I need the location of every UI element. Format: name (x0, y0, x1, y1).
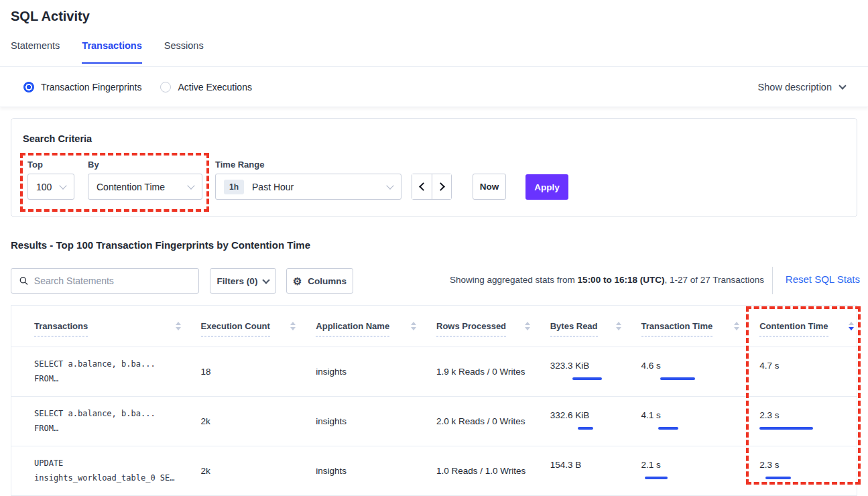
tab-transactions[interactable]: Transactions (82, 40, 141, 64)
search-criteria-panel: Search Criteria Top 100 By Contention Ti… (11, 118, 857, 217)
search-statements-box (11, 268, 199, 294)
apply-button[interactable]: Apply (525, 174, 568, 200)
transaction-time-mean-line (645, 477, 668, 479)
search-input[interactable] (34, 275, 190, 286)
transaction-time-cell: 2.1 s (641, 460, 760, 483)
chevron-left-icon (419, 182, 428, 191)
time-range-badge: 1h (224, 180, 244, 194)
table-row[interactable]: SELECT a.balance, b.ba... FROM… 18 insig… (11, 347, 857, 397)
bytes-read-cell: 332.6 KiB (550, 410, 641, 433)
show-description-label: Show description (758, 82, 832, 92)
transaction-time-cell: 4.1 s (641, 410, 760, 433)
rows-processed-cell: 1.0 Reads / 1.0 Writes (436, 466, 550, 476)
sort-icon-descending (849, 322, 854, 330)
columns-label: Columns (308, 276, 347, 286)
search-icon (19, 276, 28, 286)
time-range-select[interactable]: 1h Past Hour (215, 174, 401, 200)
transaction-fingerprint-link[interactable]: UPDATE insights_workload_table_0 SE… (34, 456, 201, 485)
filters-label: Filters (0) (217, 276, 258, 286)
radio-transaction-fingerprints[interactable]: Transaction Fingerprints (23, 82, 141, 92)
results-heading: Results - Top 100 Transaction Fingerprin… (11, 239, 310, 251)
contention-time-cell: 2.3 s (759, 460, 857, 483)
transaction-fingerprint-link[interactable]: SELECT a.balance, b.ba... FROM… (34, 407, 201, 436)
chevron-down-icon (386, 182, 393, 189)
chevron-right-icon (436, 182, 445, 191)
reset-sql-stats-link[interactable]: Reset SQL Stats (786, 273, 860, 285)
radio-label: Transaction Fingerprints (41, 82, 141, 92)
sort-icon (176, 322, 181, 330)
radio-selected-icon (23, 82, 34, 92)
column-header-contention-time[interactable]: Contention Time (759, 321, 857, 331)
radio-active-executions[interactable]: Active Executions (160, 82, 252, 92)
application-name-cell: insights (316, 466, 436, 476)
time-nav-group (412, 174, 452, 200)
search-criteria-heading: Search Criteria (23, 133, 92, 144)
top-select[interactable]: 100 (27, 174, 74, 200)
radio-unselected-icon (160, 82, 171, 92)
tab-statements[interactable]: Statements (11, 40, 60, 64)
tab-sessions[interactable]: Sessions (164, 40, 204, 64)
by-select[interactable]: Contention Time (88, 174, 202, 200)
column-header-application-name[interactable]: Application Name (316, 321, 436, 331)
sql-activity-page: SQL Activity Statements Transactions Ses… (0, 0, 868, 496)
table-header-row: Transactions Execution Count Application… (11, 306, 857, 347)
execution-count-cell: 18 (201, 367, 316, 377)
column-header-transaction-time[interactable]: Transaction Time (641, 321, 760, 331)
radio-label: Active Executions (178, 82, 252, 92)
chevron-down-icon (59, 182, 66, 189)
top-select-value: 100 (36, 182, 52, 192)
table-row[interactable]: SELECT a.balance, b.ba... FROM… 2k insig… (11, 397, 857, 446)
sort-icon (411, 322, 416, 330)
rows-processed-cell: 1.9 k Reads / 0 Writes (436, 367, 550, 377)
aggregated-stats-text: Showing aggregated stats from 15:00 to 1… (450, 275, 764, 285)
execution-count-cell: 2k (201, 466, 316, 476)
columns-button[interactable]: ⚙ Columns (286, 268, 353, 294)
filters-button[interactable]: Filters (0) (210, 268, 276, 294)
contention-time-mean-line (765, 477, 791, 479)
execution-count-cell: 2k (201, 416, 316, 426)
previous-time-button[interactable] (412, 174, 432, 199)
contention-time-mean-line (759, 427, 813, 430)
next-time-button[interactable] (432, 174, 451, 199)
transaction-time-cell: 4.6 s (641, 361, 760, 383)
bytes-read-mean-line (578, 427, 593, 430)
time-range-label: Time Range (215, 160, 264, 170)
time-range-value: Past Hour (252, 182, 294, 192)
sort-icon (525, 322, 530, 330)
chevron-down-icon (263, 276, 270, 284)
column-header-rows-processed[interactable]: Rows Processed (436, 321, 550, 331)
bytes-read-cell: 154.3 B (550, 460, 641, 483)
stats-time-range: 15:00 to 16:18 (UTC) (578, 275, 665, 285)
sort-icon (734, 322, 739, 330)
table-row[interactable]: UPDATE insights_workload_table_0 SE… 2k … (11, 446, 857, 496)
application-name-cell: insights (316, 367, 436, 377)
by-label: By (88, 160, 99, 170)
chevron-down-icon (839, 82, 846, 89)
tab-bar: Statements Transactions Sessions (11, 40, 204, 64)
transaction-time-mean-line (658, 427, 678, 430)
contention-time-cell: 4.7 s (759, 361, 857, 383)
rows-processed-cell: 2.0 k Reads / 0 Writes (436, 416, 550, 426)
toolbar-divider (772, 267, 773, 294)
top-label: Top (27, 160, 43, 170)
application-name-cell: insights (316, 416, 436, 426)
transactions-table: Transactions Execution Count Application… (11, 305, 857, 496)
column-header-execution-count[interactable]: Execution Count (201, 321, 316, 331)
view-toggle-row: Transaction Fingerprints Active Executio… (0, 67, 868, 107)
bytes-read-mean-line (572, 377, 602, 380)
contention-time-cell: 2.3 s (759, 410, 857, 433)
transaction-fingerprint-link[interactable]: SELECT a.balance, b.ba... FROM… (34, 357, 201, 386)
column-header-transactions[interactable]: Transactions (34, 321, 201, 331)
gear-icon: ⚙ (293, 276, 302, 286)
show-description-toggle[interactable]: Show description (758, 82, 845, 92)
by-select-value: Contention Time (97, 182, 165, 192)
page-title: SQL Activity (11, 9, 90, 24)
chevron-down-icon (187, 182, 194, 189)
column-header-bytes-read[interactable]: Bytes Read (550, 321, 641, 331)
transaction-time-mean-line (660, 377, 695, 380)
sort-icon (616, 322, 621, 330)
bytes-read-cell: 323.3 KiB (550, 361, 641, 383)
sort-icon (290, 322, 296, 330)
now-button[interactable]: Now (473, 174, 506, 200)
